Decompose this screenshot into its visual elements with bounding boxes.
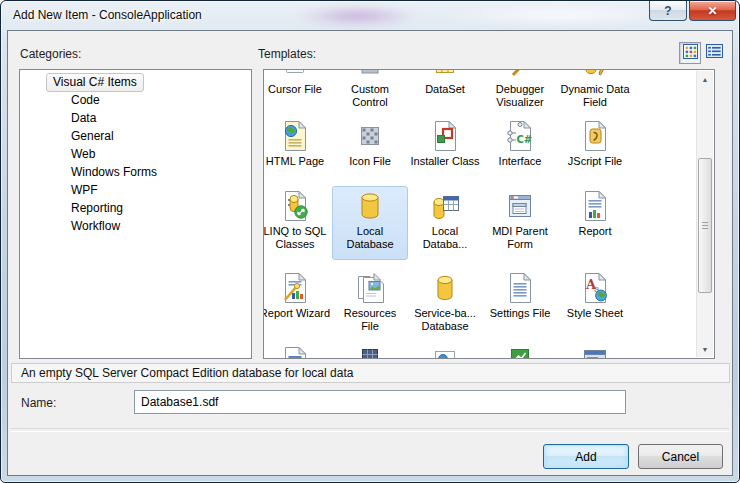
local-database-icon	[334, 190, 406, 222]
template-item-installer-class[interactable]: Installer Class	[409, 120, 481, 168]
scroll-down-button[interactable]: ▼	[697, 341, 713, 357]
scroll-thumb[interactable]	[698, 158, 712, 293]
templates-label: Templates:	[258, 47, 316, 61]
template-item-custom-control[interactable]: Custom Control	[334, 70, 406, 109]
chart-green-icon	[484, 346, 556, 359]
control-grid-icon	[334, 346, 406, 359]
template-item-label: Dynamic Data Field	[559, 83, 631, 109]
text-file-icon	[263, 346, 331, 359]
help-button[interactable]: ?	[649, 1, 687, 21]
list-view-button[interactable]	[704, 44, 724, 62]
linq-to-sql-icon	[263, 190, 331, 222]
style-sheet-icon: Aa	[559, 272, 631, 304]
template-item-label: Report Wizard	[263, 307, 331, 320]
template-item-report[interactable]: Report	[559, 190, 631, 238]
template-item-partial[interactable]	[334, 346, 406, 359]
large-icons-view-button[interactable]	[679, 42, 701, 64]
template-item-label: Resources File	[334, 307, 406, 333]
interface-icon: C#	[484, 120, 556, 152]
template-item-partial[interactable]	[559, 346, 631, 359]
template-item-dynamic-data-field[interactable]: Dynamic Data Field	[559, 70, 631, 109]
add-button[interactable]: Add	[543, 444, 629, 469]
category-item-wpf[interactable]: WPF	[71, 183, 98, 197]
icon-file-icon	[334, 120, 406, 152]
template-item-mdi-parent-form[interactable]: MDI Parent Form	[484, 190, 556, 251]
template-item-report-wizard[interactable]: Report Wizard	[263, 272, 331, 320]
close-icon: ✕	[707, 4, 717, 18]
template-item-html-page[interactable]: HTML Page	[263, 120, 331, 168]
template-item-label: Debugger Visualizer	[484, 83, 556, 109]
separator	[11, 428, 729, 432]
template-item-style-sheet[interactable]: AaStyle Sheet	[559, 272, 631, 320]
category-item-workflow[interactable]: Workflow	[71, 219, 120, 233]
template-item-label: DataSet	[409, 83, 481, 96]
category-item-web[interactable]: Web	[71, 147, 95, 161]
template-item-partial[interactable]	[484, 346, 556, 359]
template-item-label: Cursor File	[263, 83, 331, 96]
down-arrow-icon: ▼	[702, 346, 709, 353]
template-item-interface[interactable]: C#Interface	[484, 120, 556, 168]
template-item-label: MDI Parent Form	[484, 225, 556, 251]
jscript-file-icon	[559, 120, 631, 152]
template-item-label: Local Database	[334, 225, 406, 251]
vertical-scrollbar[interactable]: ▲ ▼	[696, 71, 713, 357]
up-arrow-icon: ▲	[702, 76, 709, 83]
service-database-icon	[409, 272, 481, 304]
category-item-general[interactable]: General	[71, 129, 114, 143]
template-item-label: Custom Control	[334, 83, 406, 109]
categories-label: Categories:	[20, 47, 81, 61]
template-item-label: HTML Page	[263, 155, 331, 168]
report-icon	[559, 190, 631, 222]
template-item-local-database[interactable]: Local Database	[334, 190, 406, 251]
template-item-local-databa[interactable]: Local Databa...	[409, 190, 481, 251]
category-item-data[interactable]: Data	[71, 111, 96, 125]
template-item-dataset[interactable]: DataSet	[409, 70, 481, 96]
title-bar[interactable]: Add New Item - ConsoleApplication ? ✕	[1, 1, 739, 30]
html-page-icon	[263, 120, 331, 152]
template-item-partial[interactable]	[263, 346, 331, 359]
template-item-icon-file[interactable]: Icon File	[334, 120, 406, 168]
template-item-settings-file[interactable]: Settings File	[484, 272, 556, 320]
template-item-label: JScript File	[559, 155, 631, 168]
template-item-label: Icon File	[334, 155, 406, 168]
mdi-parent-form-icon	[484, 190, 556, 222]
close-button[interactable]: ✕	[689, 1, 736, 21]
dialog-client-area: Categories: Templates: Visual C# Items C…	[7, 30, 733, 476]
template-item-label: Settings File	[484, 307, 556, 320]
template-item-resources-file[interactable]: Resources File	[334, 272, 406, 333]
template-item-label: Local Databa...	[409, 225, 481, 251]
template-item-partial[interactable]	[409, 346, 481, 359]
dataset-icon	[409, 70, 481, 80]
name-input[interactable]	[134, 390, 626, 414]
glass-reflection	[297, 7, 417, 25]
name-label: Name:	[21, 396, 56, 410]
template-item-debugger-visualizer[interactable]: Debugger Visualizer	[484, 70, 556, 109]
large-icons-icon	[683, 44, 698, 63]
category-item-code[interactable]: Code	[71, 93, 100, 107]
debugger-visualizer-icon	[484, 70, 556, 80]
template-item-label: Interface	[484, 155, 556, 168]
template-description: An empty SQL Server Compact Edition data…	[11, 363, 730, 383]
template-item-service-ba-database[interactable]: Service-ba... Database	[409, 272, 481, 333]
settings-file-icon	[484, 272, 556, 304]
template-item-linq-to-sql-classes[interactable]: LINQ to SQL Classes	[263, 190, 331, 251]
component-box-icon	[409, 346, 481, 359]
scroll-up-button[interactable]: ▲	[697, 71, 713, 87]
templates-list[interactable]: ▲ ▼ Cursor FileCustom ControlDataSetDebu…	[263, 69, 715, 359]
list-view-icon	[706, 44, 723, 62]
template-item-jscript-file[interactable]: JScript File	[559, 120, 631, 168]
category-item-windows-forms[interactable]: Windows Forms	[71, 165, 157, 179]
category-item-visual-csharp-items[interactable]: Visual C# Items	[46, 73, 144, 92]
add-new-item-dialog: Add New Item - ConsoleApplication ? ✕ Ca…	[0, 0, 740, 483]
template-item-label: Service-ba... Database	[409, 307, 481, 333]
svg-text:C#: C#	[517, 134, 533, 145]
template-item-label: Report	[559, 225, 631, 238]
cancel-button[interactable]: Cancel	[638, 444, 723, 469]
template-item-cursor-file[interactable]: Cursor File	[263, 70, 331, 96]
categories-list[interactable]: Visual C# Items CodeDataGeneralWebWindow…	[19, 69, 252, 359]
cursor-file-icon	[263, 70, 331, 80]
report-wizard-icon	[263, 272, 331, 304]
category-item-reporting[interactable]: Reporting	[71, 201, 123, 215]
installer-class-icon	[409, 120, 481, 152]
template-item-label: LINQ to SQL Classes	[263, 225, 331, 251]
